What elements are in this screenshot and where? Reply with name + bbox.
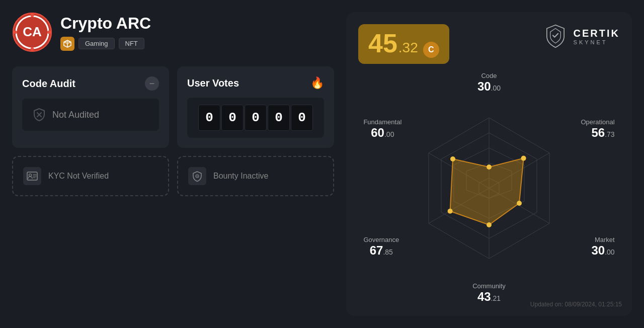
svg-point-27 xyxy=(517,201,522,206)
header-info: Crypto ARC Gaming NFT xyxy=(60,14,151,51)
code-audit-title: Code Audit xyxy=(22,78,75,90)
svg-point-14 xyxy=(197,176,198,177)
fundamental-decimal: .00 xyxy=(384,130,394,138)
market-label: Market xyxy=(591,236,614,243)
bounty-card: Bounty Inactive xyxy=(177,156,334,196)
svg-point-28 xyxy=(487,222,492,227)
radar-label-code: Code 30.00 xyxy=(477,72,501,94)
kyc-icon-container xyxy=(23,167,41,185)
svg-marker-24 xyxy=(450,158,524,224)
market-value: 30 xyxy=(591,243,605,257)
bottom-cards-row: KYC Not Verified Bounty Inactive xyxy=(12,156,334,196)
community-label: Community xyxy=(472,282,506,290)
certik-name: CERTIK xyxy=(574,28,620,39)
vote-digit-1: 0 xyxy=(221,105,244,131)
category-icon xyxy=(60,37,74,51)
code-value: 30 xyxy=(477,79,491,93)
svg-rect-7 xyxy=(47,31,51,34)
operational-value: 56 xyxy=(591,126,605,139)
project-header: CA Crypto ARC xyxy=(12,12,334,52)
radar-container: Code 30.00 Operational 56.73 Market 30.0… xyxy=(358,72,620,304)
shield-bounty-icon xyxy=(192,171,203,182)
left-panel: CA Crypto ARC xyxy=(12,12,334,316)
svg-text:CA: CA xyxy=(23,24,42,39)
operational-decimal: .73 xyxy=(605,130,614,138)
kyc-card: KYC Not Verified xyxy=(12,156,169,196)
svg-rect-6 xyxy=(13,31,17,34)
user-votes-title: User Votes xyxy=(187,77,239,89)
not-audited-label: Not Audited xyxy=(52,110,99,120)
certik-sub: SKYNET xyxy=(574,39,620,45)
fire-icon: 🔥 xyxy=(310,76,324,90)
operational-label: Operational xyxy=(581,118,614,126)
not-audited-box: Not Audited xyxy=(22,99,159,131)
score-box: 45 .32 C xyxy=(358,24,449,64)
score-grade: C xyxy=(423,42,439,58)
svg-point-9 xyxy=(29,174,32,177)
radar-label-governance: Governance 67.85 xyxy=(363,236,399,258)
market-decimal: .00 xyxy=(605,248,614,256)
governance-label: Governance xyxy=(363,236,399,243)
community-decimal: .21 xyxy=(491,294,501,302)
tags-row: Gaming NFT xyxy=(60,37,151,51)
box-icon xyxy=(63,40,71,48)
code-audit-header: Code Audit − xyxy=(22,76,159,91)
governance-value: 67 xyxy=(370,243,383,257)
svg-point-25 xyxy=(487,165,492,170)
radar-label-fundamental: Fundamental 60.00 xyxy=(363,118,401,140)
tag-nft: NFT xyxy=(119,38,144,49)
tag-gaming: Gaming xyxy=(78,38,115,49)
certik-text: CERTIK SKYNET xyxy=(574,28,620,45)
radar-label-market: Market 30.00 xyxy=(591,236,614,258)
code-label: Code xyxy=(477,72,501,79)
right-panel: 45 .32 C CERTIK SKYNET Code xyxy=(346,12,632,316)
certik-logo: CERTIK SKYNET xyxy=(543,24,620,48)
bounty-icon-container xyxy=(188,167,206,185)
radar-svg xyxy=(409,108,570,269)
code-decimal: .00 xyxy=(491,84,501,92)
kyc-label: KYC Not Verified xyxy=(48,172,109,181)
svg-rect-5 xyxy=(31,47,34,51)
code-audit-minus-button[interactable]: − xyxy=(145,76,159,91)
radar-label-community: Community 43.21 xyxy=(472,282,506,304)
governance-decimal: .85 xyxy=(383,248,392,256)
top-cards-row: Code Audit − Not Audited User Votes 🔥 xyxy=(12,66,334,148)
vote-digit-3: 0 xyxy=(268,105,290,131)
fundamental-label: Fundamental xyxy=(363,118,401,126)
project-title: Crypto ARC xyxy=(60,14,151,33)
vote-digit-2: 0 xyxy=(245,105,267,131)
updated-timestamp: Updated on: 08/09/2024, 01:25:15 xyxy=(530,301,622,308)
vote-digit-0: 0 xyxy=(198,105,220,131)
user-votes-header: User Votes 🔥 xyxy=(187,76,324,90)
code-audit-card: Code Audit − Not Audited xyxy=(12,66,169,148)
shield-x-icon xyxy=(32,108,46,122)
right-top-row: 45 .32 C CERTIK SKYNET xyxy=(358,24,620,64)
bounty-label: Bounty Inactive xyxy=(213,172,268,181)
score-decimal: .32 xyxy=(398,40,418,56)
radar-label-operational: Operational 56.73 xyxy=(581,118,614,140)
community-value: 43 xyxy=(477,290,491,303)
vote-digit-4: 0 xyxy=(291,105,313,131)
score-main: 45 xyxy=(368,30,397,56)
user-votes-card: User Votes 🔥 0 0 0 0 0 xyxy=(177,66,334,148)
project-logo: CA xyxy=(12,12,52,52)
svg-point-30 xyxy=(450,156,455,161)
id-card-icon xyxy=(27,172,38,181)
certik-shield-icon xyxy=(543,24,568,48)
svg-point-29 xyxy=(448,208,453,213)
fundamental-value: 60 xyxy=(371,126,384,139)
svg-point-26 xyxy=(521,155,526,160)
vote-digits-container: 0 0 0 0 0 xyxy=(187,98,324,138)
svg-rect-4 xyxy=(31,13,34,17)
